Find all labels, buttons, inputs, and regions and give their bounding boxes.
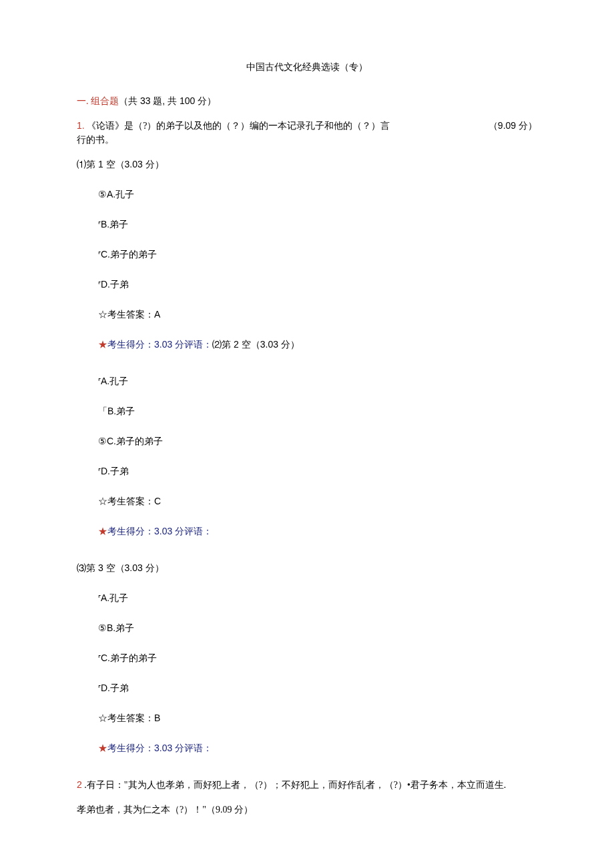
q1-blank2-answer: ☆考生答案：C: [98, 494, 537, 508]
q1-blank3-option-a: ʳA.孔子: [98, 591, 537, 605]
q1-blank2-option-c: ⑤C.弟子的弟子: [98, 434, 537, 448]
question-score: （9.09 分）: [489, 120, 537, 131]
q1-blank3-option-b: ⑤B.弟子: [98, 621, 537, 635]
answer-label: ☆考生答案：: [98, 713, 154, 723]
q1-blank2-option-a: ʳA.孔子: [98, 374, 537, 388]
page-title: 中国古代文化经典选读（专）: [77, 60, 537, 74]
q1-blank3-option-d: ʳD.子弟: [98, 681, 537, 695]
question-2: 2 .有子日："其为人也孝弟，而好犯上者，（?）；不好犯上，而好作乱者，（?）•…: [77, 778, 537, 792]
question-number: 2: [77, 779, 82, 790]
q1-blank3-option-c: ʳC.弟子的弟子: [98, 651, 537, 665]
section-info: （共 33 题, 共 100 分）: [119, 95, 216, 106]
answer-value: C: [154, 496, 161, 506]
question-text-line2: 行的书。: [77, 133, 537, 147]
blank1-header: ⑴第 1 空（3.03 分）: [77, 157, 537, 171]
score-label: 考生得分：: [107, 743, 154, 753]
score-label: 考生得分：: [107, 339, 154, 350]
section-header: 一. 组合题（共 33 题, 共 100 分）: [77, 94, 537, 108]
q1-blank1-option-b: ʳB.弟子: [98, 218, 537, 232]
star-icon: ★: [98, 339, 107, 350]
q1-blank2-option-d: ʳD.子弟: [98, 464, 537, 478]
q1-blank1-answer: ☆考生答案：A: [98, 308, 537, 322]
question-2-text-line1: .有子日："其为人也孝弟，而好犯上者，（?）；不好犯上，而好作乱者，（?）•君子…: [82, 780, 507, 790]
answer-value: B: [154, 713, 160, 723]
q1-blank2-option-b: 「B.弟子: [98, 404, 537, 418]
q1-blank3-answer: ☆考生答案：B: [98, 711, 537, 725]
blank2-header: ⑵第 2 空（3.03 分）: [212, 339, 300, 350]
blank3-header: ⑶第 3 空（3.03 分）: [77, 561, 537, 575]
q1-blank1-option-d: ʳD.子弟: [98, 278, 537, 292]
question-2-text-line2: 孝弟也者，其为仁之本（?）！"（9.09 分）: [77, 803, 537, 817]
question-number: 1.: [77, 120, 85, 131]
comment-label: 评语：: [184, 526, 212, 536]
q1-blank2-score: ★考生得分：3.03 分评语：: [98, 524, 537, 538]
score-value: 3.03 分: [154, 743, 184, 753]
score-label: 考生得分：: [107, 526, 154, 536]
star-icon: ★: [98, 526, 107, 536]
comment-label: 评语：: [184, 339, 212, 350]
score-value: 3.03 分: [154, 339, 184, 350]
q1-blank1-option-c: ʳC.弟子的弟子: [98, 248, 537, 262]
section-prefix: 一. 组合题: [77, 96, 119, 106]
question-text-line1: 《论语》是（?）的弟子以及他的（？）编的一本记录孔子和他的（？）言: [87, 121, 390, 131]
q1-blank1-option-a: ⑤A.孔子: [98, 187, 537, 201]
question-1: 1. 《论语》是（?）的弟子以及他的（？）编的一本记录孔子和他的（？）言 （9.…: [77, 119, 537, 147]
answer-value: A: [154, 309, 160, 320]
star-icon: ★: [98, 743, 107, 753]
comment-label: 评语：: [184, 743, 212, 753]
q1-blank1-score: ★考生得分：3.03 分评语：⑵第 2 空（3.03 分）: [98, 338, 537, 352]
answer-label: ☆考生答案：: [98, 310, 154, 320]
q1-blank3-score: ★考生得分：3.03 分评语：: [98, 741, 537, 755]
score-value: 3.03 分: [154, 526, 184, 536]
answer-label: ☆考生答案：: [98, 496, 154, 506]
